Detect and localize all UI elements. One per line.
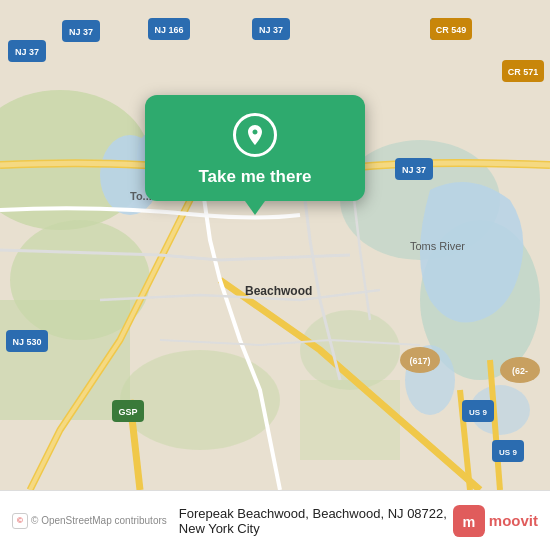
- map-background: NJ 37 NJ 37 NJ 37 NJ 37 NJ 166 CR 549 CR…: [0, 0, 550, 490]
- bottom-bar: © © OpenStreetMap contributors Forepeak …: [0, 490, 550, 550]
- moovit-icon: m: [453, 505, 485, 537]
- location-pin-icon: [243, 123, 267, 147]
- take-me-there-button[interactable]: Take me there: [198, 167, 311, 187]
- navigation-popup: Take me there: [145, 95, 365, 201]
- svg-text:(62-: (62-: [512, 366, 528, 376]
- svg-text:NJ 37: NJ 37: [15, 47, 39, 57]
- svg-text:NJ 166: NJ 166: [154, 25, 183, 35]
- popup-pin: [233, 113, 277, 157]
- svg-text:NJ 37: NJ 37: [402, 165, 426, 175]
- svg-rect-8: [300, 380, 400, 460]
- svg-text:CR 571: CR 571: [508, 67, 539, 77]
- svg-text:US 9: US 9: [499, 448, 517, 457]
- svg-text:NJ 37: NJ 37: [69, 27, 93, 37]
- svg-text:NJ 530: NJ 530: [12, 337, 41, 347]
- svg-text:(617): (617): [409, 356, 430, 366]
- svg-text:GSP: GSP: [118, 407, 137, 417]
- osm-icon: ©: [12, 513, 28, 529]
- map-container: NJ 37 NJ 37 NJ 37 NJ 37 NJ 166 CR 549 CR…: [0, 0, 550, 490]
- moovit-logo: m moovit: [453, 505, 538, 537]
- moovit-brand-label: moovit: [489, 512, 538, 529]
- svg-text:NJ 37: NJ 37: [259, 25, 283, 35]
- moovit-text: moovit: [489, 512, 538, 529]
- svg-text:Beachwood: Beachwood: [245, 284, 312, 298]
- svg-point-7: [120, 350, 280, 450]
- osm-attribution: © © OpenStreetMap contributors: [12, 513, 167, 529]
- svg-text:Toms River: Toms River: [410, 240, 465, 252]
- address-label: Forepeak Beachwood, Beachwood, NJ 08722,…: [179, 506, 453, 536]
- svg-text:US 9: US 9: [469, 408, 487, 417]
- svg-text:CR 549: CR 549: [436, 25, 467, 35]
- osm-text: © OpenStreetMap contributors: [31, 515, 167, 526]
- svg-text:m: m: [462, 513, 475, 529]
